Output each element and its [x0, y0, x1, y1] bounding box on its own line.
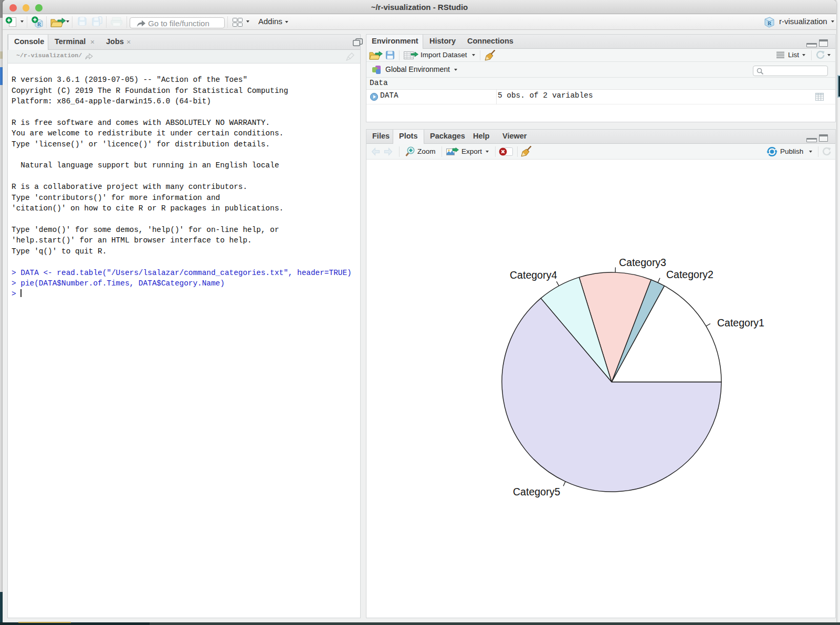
svg-text:R: R	[768, 20, 772, 26]
svg-text:Category3: Category3	[619, 257, 666, 268]
svg-text:R: R	[37, 22, 41, 27]
svg-text:Category4: Category4	[510, 269, 557, 281]
svg-text:Category2: Category2	[666, 269, 713, 280]
svg-text:Category5: Category5	[513, 486, 560, 497]
svg-text:Category1: Category1	[717, 317, 764, 329]
